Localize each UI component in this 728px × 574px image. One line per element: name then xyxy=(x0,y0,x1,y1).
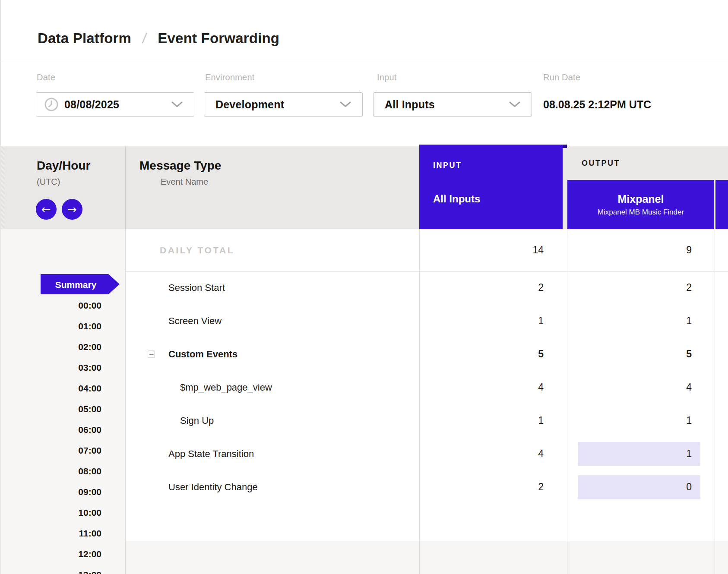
event-name: Custom Events xyxy=(168,349,237,360)
column-divider xyxy=(125,229,126,574)
hour-slot[interactable]: 12:00 xyxy=(0,544,125,565)
event-forwarding-page: Data Platform / Event Forwarding Date En… xyxy=(0,0,728,574)
environment-label: Environment xyxy=(205,73,254,82)
chevron-down-icon xyxy=(340,101,351,107)
event-rows: − Session Start 2 2 − Screen View 1 1 − … xyxy=(125,271,728,504)
event-name: Screen View xyxy=(168,315,222,326)
hour-slot[interactable]: 03:00 xyxy=(0,357,125,378)
date-select[interactable]: 08/08/2025 xyxy=(36,92,194,117)
input-count: 1 xyxy=(538,415,544,426)
table-row: − User Identity Change 2 0 xyxy=(125,470,728,504)
daily-total-output-value: 9 xyxy=(686,244,692,256)
hour-slot[interactable]: 08:00 xyxy=(0,461,125,482)
date-label: Date xyxy=(37,73,55,82)
next-day-button[interactable]: → xyxy=(62,199,82,220)
message-type-header: Message Type xyxy=(139,159,221,173)
arrow-right-icon: → xyxy=(67,203,77,216)
output-count: 2 xyxy=(686,282,692,293)
collapse-icon[interactable]: − xyxy=(148,350,155,358)
header-left-gutter xyxy=(0,146,5,229)
run-date-value: 08.08.25 2:12PM UTC xyxy=(543,92,651,117)
connector-subtitle: Mixpanel MB Music Finder xyxy=(598,208,684,217)
input-count: 4 xyxy=(538,382,544,393)
environment-select[interactable]: Development xyxy=(204,92,363,117)
input-column-header: INPUT All Inputs xyxy=(419,145,563,229)
input-count: 2 xyxy=(538,481,544,493)
hour-slot[interactable]: 05:00 xyxy=(0,399,125,419)
table-footer-band xyxy=(125,541,728,574)
arrow-left-icon: ← xyxy=(41,203,51,216)
event-name: User Identity Change xyxy=(168,482,258,492)
hour-slot[interactable]: 10:00 xyxy=(0,502,125,523)
column-divider xyxy=(567,229,567,574)
input-select[interactable]: All Inputs xyxy=(373,92,532,117)
output-count: 5 xyxy=(686,348,692,360)
input-value: All Inputs xyxy=(385,98,435,111)
column-divider xyxy=(419,229,420,574)
hour-slot[interactable]: 07:00 xyxy=(0,440,125,461)
output-count: 1 xyxy=(686,448,692,460)
chevron-down-icon xyxy=(171,101,183,107)
hour-slot[interactable]: 09:00 xyxy=(0,482,125,502)
input-count: 2 xyxy=(538,282,544,293)
input-count: 1 xyxy=(538,315,544,327)
input-count: 5 xyxy=(538,348,544,360)
hour-slot[interactable]: 11:00 xyxy=(0,523,125,544)
input-count: 4 xyxy=(538,448,544,460)
table-row: − Sign Up 1 1 xyxy=(125,404,728,437)
summary-selector-badge[interactable]: Summary xyxy=(41,274,120,294)
day-hour-header: Day/Hour xyxy=(37,159,90,173)
daily-total-input-value: 14 xyxy=(532,244,544,256)
hour-slot[interactable]: 02:00 xyxy=(0,337,125,357)
header-column-divider xyxy=(125,146,126,229)
input-column-value: All Inputs xyxy=(433,193,480,205)
table-row: − $mp_web_page_view 4 4 xyxy=(125,371,728,404)
next-connector-header-partial xyxy=(715,180,728,229)
previous-day-button[interactable]: ← xyxy=(36,199,57,220)
event-name: Sign Up xyxy=(180,415,214,426)
table-row: − Custom Events 5 5 xyxy=(125,337,728,371)
event-name: App State Transition xyxy=(168,448,254,459)
hour-slot[interactable]: 13:00 xyxy=(0,565,125,574)
table-row: − App State Transition 4 1 xyxy=(125,437,728,470)
run-date-label: Run Date xyxy=(543,73,580,82)
connector-name: Mixpanel xyxy=(618,193,664,205)
environment-value: Development xyxy=(215,98,284,111)
chevron-down-icon xyxy=(509,101,520,107)
column-divider xyxy=(715,229,715,574)
date-value: 08/08/2025 xyxy=(64,98,119,111)
output-count: 0 xyxy=(686,481,692,493)
day-hour-subtitle: (UTC) xyxy=(37,177,60,187)
hour-slot[interactable]: 01:00 xyxy=(0,316,125,337)
output-count: 1 xyxy=(686,315,692,327)
event-name-subtitle: Event Name xyxy=(161,177,208,187)
daily-total-row: DAILY TOTAL 14 9 xyxy=(125,229,728,271)
page-title: Event Forwarding xyxy=(158,30,279,47)
table-row: − Session Start 2 2 xyxy=(125,271,728,304)
event-name: Session Start xyxy=(168,282,225,293)
clock-icon xyxy=(44,97,59,112)
hour-slot[interactable]: 00:00 xyxy=(0,295,125,316)
input-label: Input xyxy=(377,73,396,82)
output-section-label: OUTPUT xyxy=(582,159,620,168)
hour-slot[interactable]: 06:00 xyxy=(0,419,125,440)
breadcrumb-section[interactable]: Data Platform xyxy=(38,30,131,47)
output-count: 4 xyxy=(686,382,692,393)
input-section-label: INPUT xyxy=(433,161,462,170)
table-row: − Screen View 1 1 xyxy=(125,304,728,337)
top-bar: Data Platform / Event Forwarding xyxy=(0,0,728,62)
hour-slot[interactable]: 04:00 xyxy=(0,378,125,399)
daily-total-label: DAILY TOTAL xyxy=(125,245,419,255)
event-name: $mp_web_page_view xyxy=(180,382,272,393)
breadcrumb: Data Platform / Event Forwarding xyxy=(38,30,279,47)
filter-bar: Date Environment Input Run Date 08/08/20… xyxy=(0,62,728,146)
daily-total-divider xyxy=(125,271,728,271)
breadcrumb-separator: / xyxy=(141,30,148,47)
output-connector-header[interactable]: Mixpanel Mixpanel MB Music Finder xyxy=(567,180,714,229)
output-count: 1 xyxy=(686,415,692,426)
hour-slot-list: 00:00 01:00 02:00 03:00 04:00 05:00 06:0… xyxy=(0,295,125,574)
